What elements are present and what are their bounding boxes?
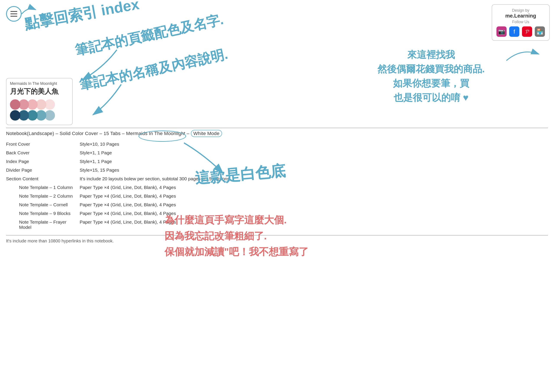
row-detail: Paper Type ×4 (Grid, Line, Dot, Blank), … (80, 192, 548, 200)
notebook-title-zh: 月光下的美人魚 (10, 87, 69, 96)
follow-us-label: Follow Us (496, 20, 545, 24)
notebook-title-en: Mermaids In The Moonlight (10, 81, 69, 86)
instagram-icon[interactable]: 📷 (496, 26, 507, 37)
facebook-icon[interactable]: f (509, 26, 519, 37)
design-by-label: Design by me.Learning (496, 8, 545, 19)
white-mode-highlight: White Mode (191, 130, 222, 137)
social-icons-group: 📷 f 𝓟 🏪 (496, 26, 545, 37)
table-row: Note Template – 2 Column Paper Type ×4 (… (6, 192, 548, 200)
annotation-font-size: 為什麼這頁手寫字這麼大個. 因為我忘記改筆粗細了. 保個就加減讀"吧！我不想重寫… (165, 212, 309, 260)
row-detail: It's include 20 layouts bolew per sectio… (80, 175, 548, 183)
row-label: Note Template – Cornell (6, 200, 80, 209)
row-detail: Style×10, 10 Pages (80, 140, 548, 148)
table-row: Back Cover Style×1, 1 Page (6, 148, 548, 157)
table-row: Note Template – 1 Column Paper Type ×4 (… (6, 183, 548, 192)
row-detail: Style×1, 1 Page (80, 157, 548, 166)
table-row: Front Cover Style×10, 10 Pages (6, 140, 548, 148)
notebook-description: Notebook(Landscape) – Solid Color Cover … (6, 131, 548, 136)
menu-circle-icon[interactable] (6, 6, 22, 22)
row-detail: Style×1, 1 Page (80, 148, 548, 157)
row-detail: Paper Type ×4 (Grid, Line, Dot, Blank), … (80, 209, 548, 218)
row-label: Note Template – Frayer Model (6, 218, 80, 232)
row-label: Note Template – 1 Column (6, 183, 80, 192)
row-label: Index Page (6, 157, 80, 166)
row-label: Note Template – 2 Column (6, 192, 80, 200)
row-label: Divider Page (6, 166, 80, 175)
row-detail: Paper Type ×4 (Grid, Line, Dot, Blank), … (80, 218, 548, 232)
color-swatch-6 (10, 110, 20, 120)
notebook-preview-card: Mermaids In The Moonlight 月光下的美人魚 (6, 78, 73, 125)
annotation-index: 點擊回索引 index (23, 0, 141, 34)
row-label: Section Content (6, 175, 80, 183)
menu-icon (10, 11, 17, 17)
color-swatch-1 (10, 99, 20, 110)
row-detail: Paper Type ×4 (Grid, Line, Dot, Blank), … (80, 183, 548, 192)
branding-box: Design by me.Learning Follow Us 📷 f 𝓟 🏪 (492, 4, 550, 41)
annotation-shop: 來這裡找我 然後偶爾花錢買我的商品. 如果你想要筆，買 也是很可以的唷 ♥ (377, 48, 485, 105)
pinterest-icon[interactable]: 𝓟 (522, 26, 532, 37)
row-label: Back Cover (6, 148, 80, 157)
table-row: Note Template – Cornell Paper Type ×4 (G… (6, 200, 548, 209)
row-label: Front Cover (6, 140, 80, 148)
row-label: Note Template – 9 Blocks (6, 209, 80, 218)
shop-icon[interactable]: 🏪 (535, 26, 545, 37)
row-detail: Paper Type ×4 (Grid, Line, Dot, Blank), … (80, 200, 548, 209)
row-detail: Style×15, 15 Pages (80, 166, 548, 175)
